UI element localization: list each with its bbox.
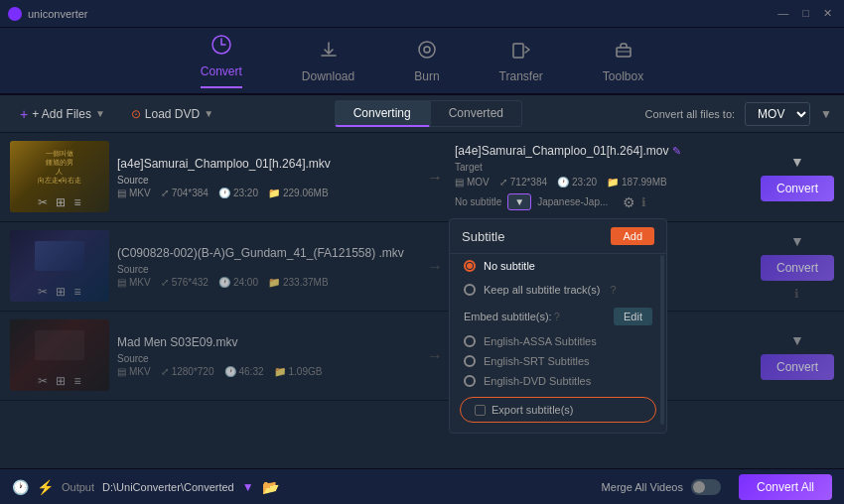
action-col-3: ▼ Convert — [761, 319, 834, 392]
nav-convert-label: Convert — [201, 64, 242, 78]
plus-icon: + — [20, 106, 28, 122]
track-2-radio[interactable] — [464, 355, 476, 367]
list-icon-2[interactable]: ≡ — [73, 285, 80, 299]
format-select-arrow[interactable]: ▼ — [820, 107, 832, 121]
trim-icon-2[interactable]: ✂ — [38, 285, 48, 299]
nav-download-label: Download — [302, 69, 354, 83]
convert-all-btn[interactable]: Convert All — [739, 474, 832, 500]
load-dvd-dropdown-icon[interactable]: ▼ — [204, 108, 213, 119]
output-path-dropdown[interactable]: ▼ — [242, 480, 254, 494]
titlebar-controls[interactable]: — □ ✕ — [774, 7, 836, 20]
merge-all-label: Merge All Videos — [602, 481, 683, 493]
add-files-button[interactable]: + + Add Files ▼ — [12, 102, 113, 126]
info-icon-2[interactable]: ℹ — [794, 287, 799, 301]
dvd-icon: ⊙ — [131, 107, 141, 121]
minimize-btn[interactable]: — — [774, 7, 792, 20]
subtitle-info-icon[interactable]: ℹ — [641, 195, 646, 209]
action-col-1: ▼ Convert — [761, 141, 834, 213]
maximize-btn[interactable]: □ — [798, 7, 813, 20]
source-detail-row-2: ▤ MKV ⤢ 576*432 🕐 24:00 📁 233.37MB — [117, 277, 415, 288]
keep-all-radio[interactable] — [464, 284, 476, 296]
panel-scrollbar[interactable] — [660, 255, 664, 425]
subtitle-edit-btn[interactable]: Edit — [614, 308, 652, 325]
nav-toolbox-label: Toolbox — [603, 69, 643, 83]
format-icon-1: ▤ — [117, 188, 126, 198]
no-subtitle-option[interactable]: No subtitle — [450, 254, 666, 278]
format-select[interactable]: MOV — [745, 102, 810, 126]
target-label-1: Target — [455, 162, 753, 173]
tab-converted[interactable]: Converted — [430, 100, 522, 127]
target-size-icon-1: 📁 — [607, 177, 619, 188]
convert-btn-2[interactable]: Convert — [761, 255, 834, 281]
track-1-radio[interactable] — [464, 335, 476, 347]
action-col-2: ▼ Convert ℹ — [761, 230, 834, 303]
transfer-icon — [510, 39, 532, 65]
subtitle-dropdown-btn[interactable]: ▼ — [507, 193, 531, 210]
track-3-radio[interactable] — [464, 375, 476, 387]
trim-icon-1[interactable]: ✂ — [38, 195, 48, 209]
arrow-col-3: → — [423, 319, 447, 392]
file-name-2: (C090828-002)(B-A)G_Gundam_41_(FA121558)… — [117, 246, 415, 260]
bottombar: 🕐 ⚡ Output D:\UniConverter\Converted ▼ 📂… — [0, 468, 844, 504]
open-folder-icon[interactable]: 📂 — [262, 479, 279, 495]
add-files-dropdown-icon[interactable]: ▼ — [95, 108, 105, 119]
nav-transfer[interactable]: Transfer — [499, 39, 543, 83]
tab-converting[interactable]: Converting — [335, 100, 430, 127]
thumb-icons-3: ✂ ⊞ ≡ — [10, 374, 109, 388]
source-detail-row-1: ▤ MKV ⤢ 704*384 🕐 23:20 📁 229.06MB — [117, 188, 415, 198]
edit-target-icon-1[interactable]: ✎ — [672, 145, 681, 158]
keep-all-option[interactable]: Keep all subtitle track(s) ? — [450, 278, 666, 302]
titlebar-left: uniconverter — [8, 7, 88, 21]
subtitle-track-2[interactable]: English-SRT Subtitles — [450, 351, 666, 371]
format-dropdown-icon-2[interactable]: ▼ — [790, 233, 804, 249]
merge-toggle[interactable] — [691, 479, 721, 495]
export-subtitle-row[interactable]: Export subtitle(s) — [460, 397, 656, 423]
load-dvd-button[interactable]: ⊙ Load DVD ▼ — [123, 103, 221, 125]
source-dur-3: 🕐 46:32 — [224, 366, 264, 377]
nav-convert[interactable]: Convert — [201, 34, 242, 88]
export-subtitle-checkbox[interactable] — [475, 405, 486, 416]
lightning-icon[interactable]: ⚡ — [37, 479, 54, 495]
settings-icon-3[interactable]: ⊞ — [56, 374, 66, 388]
file-info-1: [a4e]Samurai_Champloo_01[h.264].mkv Sour… — [117, 141, 415, 213]
source-dur-1: 🕐 23:20 — [218, 188, 258, 198]
nav-burn[interactable]: Burn — [414, 39, 439, 83]
add-files-label: + Add Files — [32, 107, 91, 121]
list-icon-3[interactable]: ≡ — [73, 374, 80, 388]
format-dropdown-icon-1[interactable]: ▼ — [790, 154, 804, 170]
nav-download[interactable]: Download — [302, 39, 354, 83]
output-label: Output — [62, 481, 94, 493]
target-dur-icon-1: 🕐 — [557, 177, 569, 188]
subtitle-add-btn[interactable]: Add — [611, 227, 654, 245]
subtitle-track-1[interactable]: English-ASSA Subtitles — [450, 331, 666, 351]
close-btn[interactable]: ✕ — [819, 7, 836, 20]
lang-settings-icon[interactable]: ⚙ — [623, 194, 635, 210]
list-icon-1[interactable]: ≡ — [73, 195, 80, 209]
format-dropdown-icon-3[interactable]: ▼ — [790, 332, 804, 348]
no-subtitle-radio[interactable] — [464, 260, 476, 272]
target-size-1: 📁 187.99MB — [607, 177, 667, 188]
settings-icon-1[interactable]: ⊞ — [56, 195, 66, 209]
keep-all-help-icon: ? — [610, 284, 616, 296]
clock-icon[interactable]: 🕐 — [12, 479, 29, 495]
source-format-2: ▤ MKV — [117, 277, 151, 288]
file-name-3: Mad Men S03E09.mkv — [117, 335, 415, 349]
no-subtitle-option-label: No subtitle — [484, 260, 535, 272]
source-res-3: ⤢ 1280*720 — [161, 366, 214, 377]
settings-icon-2[interactable]: ⊞ — [56, 285, 66, 299]
subtitle-track-3[interactable]: English-DVD Subtitles — [450, 371, 666, 391]
target-info-1: [a4e]Samurai_Champloo_01[h.264].mov ✎ Ta… — [455, 141, 753, 213]
size-icon-1: 📁 — [268, 188, 280, 198]
convert-btn-1[interactable]: Convert — [761, 176, 834, 201]
convert-icon — [211, 34, 232, 61]
convert-btn-3[interactable]: Convert — [761, 354, 834, 380]
load-dvd-label: Load DVD — [145, 107, 200, 121]
trim-icon-3[interactable]: ✂ — [38, 374, 48, 388]
source-format-1: ▤ MKV — [117, 188, 151, 198]
nav-toolbox[interactable]: Toolbox — [603, 39, 643, 83]
svg-rect-3 — [513, 44, 523, 58]
source-format-3: ▤ MKV — [117, 366, 151, 377]
target-dur-1: 🕐 23:20 — [557, 177, 597, 188]
file-info-2: (C090828-002)(B-A)G_Gundam_41_(FA121558)… — [117, 230, 415, 303]
burn-icon — [416, 39, 438, 65]
